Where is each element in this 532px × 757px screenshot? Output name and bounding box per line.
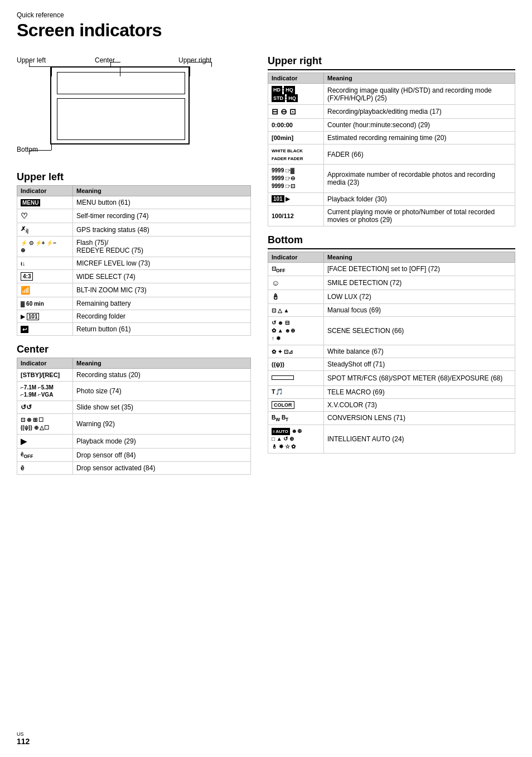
table-row: ✿ ✦ ⊡⊿ White balance (67) — [268, 345, 515, 358]
table-row: ⊡OFF [FACE DETECTION] set to [OFF] (72) — [268, 262, 515, 276]
quick-ref-label: Quick reference — [17, 11, 515, 19]
indicator-cell: 📶 — [17, 283, 73, 297]
low-lux-indicator: 🕯 — [272, 292, 279, 301]
scene-sel-indicator: ↺ ☻ ⊟✿ ▲ ☻⊕↑ ✸ — [272, 320, 295, 341]
indicator-cell: ↺ ☻ ⊟✿ ▲ ☻⊕↑ ✸ — [268, 316, 324, 345]
meaning-cell: LOW LUX (72) — [324, 290, 515, 303]
table-row: ⊡ △ ▲ Manual focus (69) — [268, 303, 515, 316]
meaning-cell: Photo size (74) — [73, 382, 251, 401]
indicator-cell: ⚡ ⊙ ⚡+ ⚡–⊕ — [17, 237, 73, 257]
table-row: COLOR X.V.COLOR (73) — [268, 398, 515, 411]
center-title: Center — [17, 344, 251, 355]
meaning-cell: Return button (61) — [73, 323, 251, 336]
table-row: ↩ Return button (61) — [17, 323, 251, 336]
label-bottom: Bottom — [17, 146, 38, 153]
indicator-cell: COLOR — [268, 398, 324, 411]
meaning-cell: SMILE DETECTION (72) — [324, 276, 515, 290]
c-col-meaning: Meaning — [73, 358, 251, 369]
indicator-cell: T🎵 — [268, 385, 324, 398]
camera-diagram: Upper left Center Upper right Bottom — [17, 50, 251, 161]
battery-indicator: ▓ 60 min — [21, 301, 44, 307]
indicator-cell: 4:3 — [17, 270, 73, 283]
meaning-cell: INTELLIGENT AUTO (24) — [324, 425, 515, 453]
meaning-cell: Recording image quality (HD/STD) and rec… — [324, 84, 515, 105]
table-row: ↺ ☻ ⊟✿ ▲ ☻⊕↑ ✸ SCENE SELECTION (66) — [268, 316, 515, 345]
indicator-cell: ↺↺ — [17, 401, 73, 414]
flash-indicator: ⚡ ⊙ ⚡+ ⚡–⊕ — [21, 240, 56, 253]
table-row: ♡ Self-timer recording (74) — [17, 209, 251, 223]
connector-line — [51, 143, 52, 150]
indicator-cell: ı↓ — [17, 257, 73, 270]
indicator-cell: ⊡OFF — [268, 262, 324, 276]
indicator-cell: ↩ — [17, 323, 73, 336]
screen-inner-mid — [57, 98, 185, 140]
meaning-cell: Recording/playback/editing media (17) — [324, 105, 515, 119]
connector-line — [29, 150, 30, 155]
rec-folder-indicator: ▶ 101 — [21, 313, 39, 320]
indicator-cell: 101 ▶ — [268, 192, 324, 205]
meaning-cell: Remaining battery — [73, 297, 251, 310]
meaning-cell: MENU button (61) — [73, 196, 251, 209]
conv-lens-indicator: BW BT — [272, 414, 288, 421]
indicator-cell: ▓ 60 min — [17, 297, 73, 310]
table-row: ⊟ ⊖ ⊡ Recording/playback/editing media (… — [268, 105, 515, 119]
camera-screen — [50, 66, 190, 144]
indicator-cell — [268, 370, 324, 385]
gps-indicator: ✗i| — [21, 225, 28, 232]
playback-indicator: ▶ — [21, 437, 27, 446]
ul-col-indicator: Indicator — [17, 186, 73, 196]
indicator-cell: ⊡ △ ▲ — [268, 303, 324, 316]
connector-line — [110, 62, 120, 62]
intelligent-auto-indicator: i AUTO ☻⊕□ ▲ ↺ ⊕🕯 ✸ ☆ ✿ — [272, 428, 302, 450]
meaning-cell: SteadyShot off (71) — [324, 358, 515, 370]
table-row: ☺ SMILE DETECTION (72) — [268, 276, 515, 290]
return-indicator: ↩ — [21, 326, 28, 333]
ur-col-indicator: Indicator — [268, 73, 324, 84]
center-table: Indicator Meaning [STBY]/[REC] Recording… — [17, 358, 251, 475]
meaning-cell: Playback folder (30) — [324, 192, 515, 205]
meaning-cell: Counter (hour:minute:second) (29) — [324, 119, 515, 132]
upper-left-title: Upper left — [17, 171, 251, 183]
meaning-cell: WIDE SELECT (74) — [73, 270, 251, 283]
indicator-cell: 9999 □·▓9999 □·⊖9999 □·⊡ — [268, 164, 324, 192]
table-row: ı↓ MICREF LEVEL low (73) — [17, 257, 251, 270]
label-upper-left: Upper left — [17, 56, 46, 64]
page-header: Quick reference Screen indicators — [17, 11, 515, 41]
upper-right-table: Indicator Meaning HD:HQ STD:HQ Recording… — [268, 73, 515, 226]
left-column: Upper left Center Upper right Bottom — [17, 50, 251, 483]
meaning-cell: MICREF LEVEL low (73) — [73, 257, 251, 270]
connector-line — [29, 62, 30, 67]
indicator-cell: 0:00:00 — [268, 119, 324, 132]
meaning-cell: White balance (67) — [324, 345, 515, 358]
table-row: 100/112 Current playing movie or photo/N… — [268, 205, 515, 226]
meaning-cell: [FACE DETECTION] set to [OFF] (72) — [324, 262, 515, 276]
table-row: ▶ 101 Recording folder — [17, 310, 251, 323]
indicator-cell: 🕯 — [268, 290, 324, 303]
section-divider-bottom — [268, 248, 515, 249]
table-row: ((ψ)) SteadyShot off (71) — [268, 358, 515, 370]
indicator-cell: ⌐7.1M ⌐5.3M⌐1.9M ⌐VGA — [17, 382, 73, 401]
upper-right-title: Upper right — [268, 55, 515, 67]
drop-sensor-act-indicator: ê — [21, 464, 25, 472]
table-row: 📶 BLT-IN ZOOM MIC (73) — [17, 283, 251, 297]
indicator-cell: ☺ — [268, 276, 324, 290]
meaning-cell: SCENE SELECTION (66) — [324, 316, 515, 345]
table-row: 🕯 LOW LUX (72) — [268, 290, 515, 303]
table-row: 101 ▶ Playback folder (30) — [268, 192, 515, 205]
page-title: Screen indicators — [17, 20, 515, 41]
table-row: T🎵 TELE MACRO (69) — [268, 385, 515, 398]
indicator-cell: [00min] — [268, 132, 324, 144]
meaning-cell: Slide show set (35) — [73, 401, 251, 414]
table-row: ↺↺ Slide show set (35) — [17, 401, 251, 414]
meaning-cell: FADER (66) — [324, 144, 515, 165]
table-row: 4:3 WIDE SELECT (74) — [17, 270, 251, 283]
indicator-cell: [STBY]/[REC] — [17, 369, 73, 382]
table-row: ▶ Playback mode (29) — [17, 435, 251, 449]
face-det-indicator: ⊡OFF — [272, 266, 286, 272]
right-column: Upper right Indicator Meaning HD:HQ STD:… — [268, 50, 515, 483]
table-row: i AUTO ☻⊕□ ▲ ↺ ⊕🕯 ✸ ☆ ✿ INTELLIGENT AUTO… — [268, 425, 515, 453]
meaning-cell: X.V.COLOR (73) — [324, 398, 515, 411]
slideshow-indicator: ↺↺ — [21, 403, 32, 411]
meaning-cell: Approximate number of recordable photos … — [324, 164, 515, 192]
indicator-cell: ((ψ)) — [268, 358, 324, 370]
